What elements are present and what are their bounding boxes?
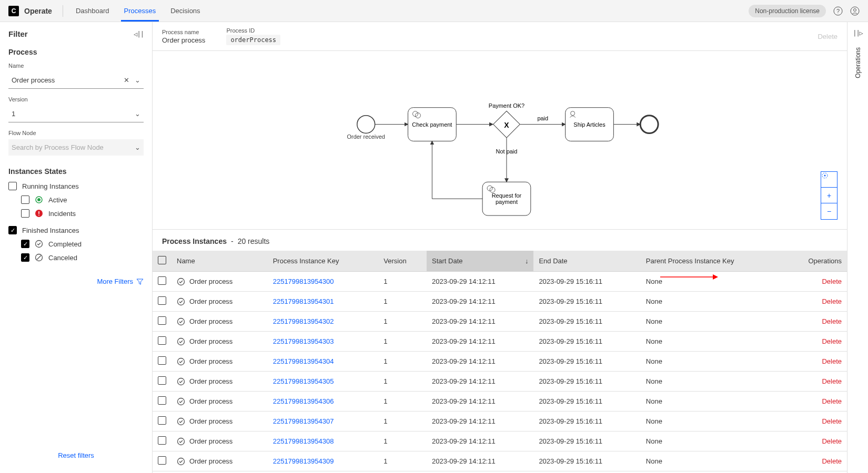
row-delete-button[interactable]: Delete <box>822 277 842 285</box>
row-name: Order process <box>189 317 233 325</box>
process-id-label: Process ID <box>226 27 280 34</box>
active-label: Active <box>48 196 67 204</box>
instance-key-link[interactable]: 2251799813954301 <box>273 297 334 305</box>
select-all-checkbox[interactable] <box>158 256 166 264</box>
delete-process-button[interactable]: Delete <box>817 33 837 40</box>
col-start[interactable]: Start Date↓ <box>427 251 533 272</box>
col-parent[interactable]: Parent Process Instance Key <box>641 251 783 272</box>
checkbox-icon <box>21 209 29 218</box>
running-label: Running Instances <box>22 182 79 190</box>
row-start: 2023-09-29 14:12:11 <box>427 392 533 412</box>
user-icon[interactable] <box>850 6 860 16</box>
expand-ops-icon[interactable]: ||▷ <box>853 29 863 37</box>
col-end[interactable]: End Date <box>533 251 640 272</box>
table-row: Order process225179981395430512023-09-29… <box>153 372 847 392</box>
clear-icon[interactable]: ✕ <box>124 76 129 84</box>
instance-key-link[interactable]: 2251799813954306 <box>273 397 334 405</box>
row-delete-button[interactable]: Delete <box>822 417 842 425</box>
table-row: Order process225179981395430812023-09-29… <box>153 431 847 451</box>
instance-key-link[interactable]: 2251799813954308 <box>273 437 334 445</box>
row-delete-button[interactable]: Delete <box>822 297 842 305</box>
row-delete-button[interactable]: Delete <box>822 317 842 325</box>
instance-key-link[interactable]: 2251799813954307 <box>273 417 334 425</box>
row-delete-button[interactable]: Delete <box>822 457 842 465</box>
row-checkbox[interactable] <box>158 336 166 345</box>
collapse-sidebar-icon[interactable]: ◁|| <box>134 30 144 38</box>
incidents-checkbox[interactable]: Incidents <box>21 209 144 218</box>
nav-tab-decisions[interactable]: Decisions <box>170 1 200 21</box>
zoom-out-button[interactable]: − <box>821 203 837 219</box>
ship-label: Ship Articles <box>573 121 605 128</box>
row-checkbox[interactable] <box>158 436 166 445</box>
active-checkbox[interactable]: Active <box>21 196 144 204</box>
svg-point-31 <box>178 398 185 405</box>
row-checkbox[interactable] <box>158 376 166 385</box>
nav-tab-processes[interactable]: Processes <box>124 1 156 21</box>
finished-instances-checkbox[interactable]: Finished Instances <box>8 226 144 234</box>
col-ops[interactable]: Operations <box>783 251 847 272</box>
instance-key-link[interactable]: 2251799813954303 <box>273 337 334 345</box>
instance-key-link[interactable]: 2251799813954309 <box>273 457 334 465</box>
flownode-select[interactable]: Search by Process Flow Node ⌄ <box>8 139 144 156</box>
row-delete-button[interactable]: Delete <box>822 357 842 365</box>
app-name: Operate <box>24 7 52 15</box>
row-start: 2023-09-29 14:12:11 <box>427 312 533 332</box>
nav-tab-dashboard[interactable]: Dashboard <box>76 1 109 21</box>
table-row: Order process225179981395430912023-09-29… <box>153 451 847 471</box>
start-event[interactable] <box>357 116 375 133</box>
instance-key-link[interactable]: 2251799813954304 <box>273 357 334 365</box>
row-version: 1 <box>378 332 427 352</box>
version-select[interactable]: 1 ⌄ <box>8 106 144 122</box>
zoom-reset-button[interactable] <box>821 172 837 188</box>
process-name-select[interactable]: Order process ✕ ⌄ <box>8 72 144 89</box>
filter-header: Filter ◁|| <box>8 29 144 38</box>
row-checkbox[interactable] <box>158 316 166 325</box>
svg-point-25 <box>178 278 185 285</box>
bpmn-diagram[interactable]: Order received Check payment X Payment O… <box>153 51 847 230</box>
row-parent: None <box>641 431 783 451</box>
row-version: 1 <box>378 292 427 312</box>
instances-table: Name Process Instance Key Version Start … <box>153 251 847 471</box>
svg-point-24 <box>824 175 826 177</box>
end-event[interactable] <box>640 116 658 133</box>
col-version[interactable]: Version <box>378 251 427 272</box>
states-section-title: Instances States <box>8 167 144 176</box>
row-delete-button[interactable]: Delete <box>822 397 842 405</box>
help-icon[interactable]: ? <box>833 6 843 16</box>
row-checkbox[interactable] <box>158 456 166 465</box>
col-name[interactable]: Name <box>171 251 268 272</box>
completed-icon <box>177 277 185 286</box>
completed-checkbox[interactable]: Completed <box>21 240 144 248</box>
active-icon <box>35 196 43 204</box>
reset-filters-button[interactable]: Reset filters <box>8 445 144 466</box>
row-delete-button[interactable]: Delete <box>822 437 842 445</box>
process-name-label: Process name <box>162 29 205 35</box>
row-checkbox[interactable] <box>158 396 166 405</box>
row-checkbox[interactable] <box>158 356 166 365</box>
instance-key-link[interactable]: 2251799813954305 <box>273 377 334 385</box>
row-checkbox[interactable] <box>158 416 166 425</box>
instances-table-wrap[interactable]: Name Process Instance Key Version Start … <box>153 251 847 473</box>
running-instances-checkbox[interactable]: Running Instances <box>8 182 144 190</box>
canceled-checkbox[interactable]: Canceled <box>21 253 144 262</box>
row-delete-button[interactable]: Delete <box>822 337 842 345</box>
row-parent: None <box>641 312 783 332</box>
chevron-down-icon: ⌄ <box>135 76 140 84</box>
row-version: 1 <box>378 392 427 412</box>
row-delete-button[interactable]: Delete <box>822 377 842 385</box>
canceled-label: Canceled <box>48 254 77 262</box>
row-checkbox[interactable] <box>158 276 166 285</box>
instances-title: Process Instances <box>162 237 227 245</box>
operations-rail-label: Operations <box>854 47 862 78</box>
chevron-down-icon: ⌄ <box>135 110 140 118</box>
col-key[interactable]: Process Instance Key <box>268 251 379 272</box>
instance-key-link[interactable]: 2251799813954302 <box>273 317 334 325</box>
paid-label: paid <box>537 115 548 121</box>
main-content: Process name Order process Process ID or… <box>153 22 847 473</box>
instance-key-link[interactable]: 2251799813954300 <box>273 277 334 285</box>
row-checkbox[interactable] <box>158 296 166 305</box>
more-filters-button[interactable]: More Filters <box>8 277 144 285</box>
process-name-value: Order process <box>12 76 55 84</box>
row-end: 2023-09-29 15:16:11 <box>533 352 640 372</box>
zoom-in-button[interactable]: + <box>821 188 837 203</box>
